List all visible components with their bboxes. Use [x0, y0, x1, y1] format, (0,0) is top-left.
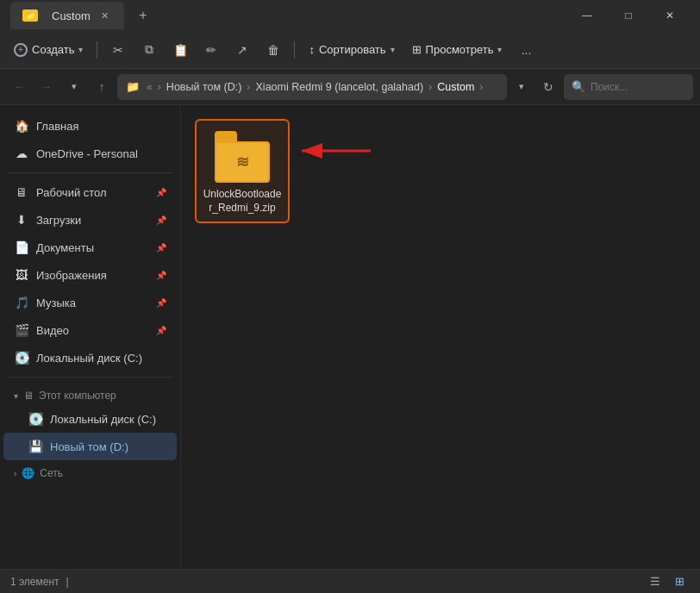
sidebar-videos-label: Видео: [36, 324, 69, 337]
sidebar-item-music[interactable]: 🎵 Музыка 📌: [3, 289, 177, 316]
localc2-icon: 💽: [28, 412, 43, 426]
content-area: ≋ UnlockBootloader_Redmi_9.zip: [181, 105, 700, 569]
sidebar-item-documents[interactable]: 📄 Документы 📌: [3, 234, 177, 261]
copy-button[interactable]: ⧉: [135, 36, 163, 64]
view-dropdown-icon: ▾: [497, 45, 502, 54]
sidebar-divider-1: [7, 172, 173, 173]
breadcrumb-current: Custom: [437, 81, 474, 93]
status-bar: 1 элемент | ☰ ⊞: [0, 569, 700, 593]
breadcrumb-dropdown[interactable]: ▾: [510, 75, 533, 99]
sidebar-item-localc[interactable]: 💽 Локальный диск (C:): [3, 344, 177, 371]
rename-button[interactable]: ✏: [197, 36, 225, 64]
paste-button[interactable]: 📋: [166, 36, 194, 64]
file-name: UnlockBootloader_Redmi_9.zip: [202, 188, 283, 215]
breadcrumb[interactable]: 📁 « › Новый том (D:) › Xiaomi Redmi 9 (l…: [117, 74, 507, 100]
sidebar-this-pc-header[interactable]: ▾ 🖥 Этот компьютер: [3, 383, 177, 405]
forward-button[interactable]: →: [34, 75, 59, 99]
expand-network-icon: ›: [14, 469, 16, 478]
pin-documents-icon: 📌: [156, 243, 166, 253]
sidebar-onedrive-label: OneDrive - Personal: [36, 147, 138, 160]
downloads-icon: ⬇: [14, 213, 29, 227]
sidebar-downloads-label: Загрузки: [36, 214, 81, 227]
search-icon: 🔍: [572, 80, 585, 93]
address-bar: ← → ▾ ↑ 📁 « › Новый том (D:) › Xiaomi Re…: [0, 69, 700, 105]
tab-area: 📁 Custom ✕ +: [10, 2, 567, 29]
sidebar-desktop-label: Рабочий стол: [36, 186, 107, 199]
tab-title: Custom: [52, 9, 91, 22]
status-left: 1 элемент |: [10, 576, 69, 588]
grid-view-button[interactable]: ⊞: [669, 572, 690, 591]
home-icon: 🏠: [14, 119, 29, 133]
file-grid: ≋ UnlockBootloader_Redmi_9.zip: [191, 115, 690, 227]
back-button[interactable]: ←: [7, 75, 31, 99]
new-tab-button[interactable]: +: [131, 3, 155, 28]
up-button[interactable]: ↑: [90, 75, 114, 99]
sidebar-item-onedrive[interactable]: ☁ OneDrive - Personal: [3, 140, 177, 167]
sidebar-item-localc2[interactable]: 💽 Локальный диск (C:): [3, 405, 177, 433]
breadcrumb-dots: «: [147, 81, 153, 93]
delete-button[interactable]: 🗑: [259, 36, 287, 64]
thispc-icon: 🖥: [23, 390, 34, 402]
view-icon: ⊞: [412, 43, 422, 56]
folder-tab: [215, 131, 237, 141]
create-dropdown-icon: ▾: [78, 45, 83, 54]
file-icon: ≋: [215, 128, 270, 183]
main-area: 🏠 Главная ☁ OneDrive - Personal 🖥 Рабочи…: [0, 105, 700, 569]
sidebar-network-header[interactable]: › 🌐 Сеть: [3, 460, 177, 483]
sidebar-home-label: Главная: [36, 120, 78, 133]
sidebar-item-images[interactable]: 🖼 Изображения 📌: [3, 261, 177, 289]
share-button[interactable]: ↗: [228, 36, 256, 64]
sidebar-thispc-label: Этот компьютер: [39, 390, 116, 402]
separator-2: [294, 41, 295, 59]
cut-button[interactable]: ✂: [104, 36, 132, 64]
sort-dropdown-icon: ▾: [391, 45, 395, 54]
sidebar-item-videos[interactable]: 🎬 Видео 📌: [3, 316, 177, 344]
more-button[interactable]: ...: [512, 36, 540, 64]
sidebar-network-label: Сеть: [40, 467, 63, 479]
pin-images-icon: 📌: [156, 271, 166, 280]
sort-icon: ↕: [309, 43, 315, 56]
active-tab[interactable]: 📁 Custom ✕: [10, 2, 124, 29]
sidebar-item-newtom[interactable]: 💾 Новый том (D:): [3, 433, 177, 460]
separator-1: [97, 41, 97, 59]
sidebar-documents-label: Документы: [36, 241, 94, 254]
close-button[interactable]: ✕: [650, 0, 690, 31]
network-icon: 🌐: [22, 467, 34, 479]
create-button[interactable]: + Создать ▾: [7, 36, 90, 64]
pin-music-icon: 📌: [156, 298, 166, 308]
sort-button[interactable]: ↕ Сортировать ▾: [302, 36, 401, 64]
tab-close-button[interactable]: ✕: [97, 9, 112, 23]
refresh-button[interactable]: ↻: [536, 75, 560, 99]
music-icon: 🎵: [14, 296, 29, 309]
view-button[interactable]: ⊞ Просмотреть ▾: [405, 36, 509, 64]
breadcrumb-folder-icon: 📁: [126, 80, 140, 93]
expand-pc-icon: ▾: [14, 391, 18, 401]
onedrive-icon: ☁: [14, 147, 29, 160]
window-controls: — □ ✕: [567, 0, 690, 31]
maximize-button[interactable]: □: [609, 0, 648, 31]
sidebar: 🏠 Главная ☁ OneDrive - Personal 🖥 Рабочи…: [0, 105, 181, 569]
folder-body: ≋: [215, 141, 270, 183]
toolbar: + Создать ▾ ✂ ⧉ 📋 ✏ ↗ 🗑 ↕ Сортировать ▾ …: [0, 31, 700, 69]
sidebar-item-home[interactable]: 🏠 Главная: [3, 112, 177, 140]
dropdown-button[interactable]: ▾: [62, 75, 86, 99]
documents-icon: 📄: [14, 240, 29, 254]
search-input[interactable]: [591, 81, 685, 93]
breadcrumb-drive: Новый том (D:): [166, 81, 242, 93]
file-item-zip[interactable]: ≋ UnlockBootloader_Redmi_9.zip: [195, 119, 290, 223]
breadcrumb-device: Xiaomi Redmi 9 (lancelot, galahad): [256, 81, 424, 93]
status-separator: |: [66, 576, 69, 588]
item-count: 1 элемент: [10, 576, 59, 588]
sidebar-item-desktop[interactable]: 🖥 Рабочий стол 📌: [3, 178, 177, 206]
sidebar-images-label: Изображения: [36, 269, 107, 282]
zip-icon: ≋: [236, 154, 249, 170]
sidebar-newtom-label: Новый том (D:): [50, 440, 128, 453]
images-icon: 🖼: [14, 268, 29, 282]
list-view-button[interactable]: ☰: [645, 572, 666, 591]
minimize-button[interactable]: —: [567, 0, 607, 31]
sidebar-localc2-label: Локальный диск (C:): [50, 413, 156, 426]
sidebar-localc-label: Локальный диск (C:): [36, 352, 142, 365]
pin-downloads-icon: 📌: [156, 215, 166, 225]
search-box[interactable]: 🔍: [564, 74, 693, 100]
sidebar-item-downloads[interactable]: ⬇ Загрузки 📌: [3, 206, 177, 234]
